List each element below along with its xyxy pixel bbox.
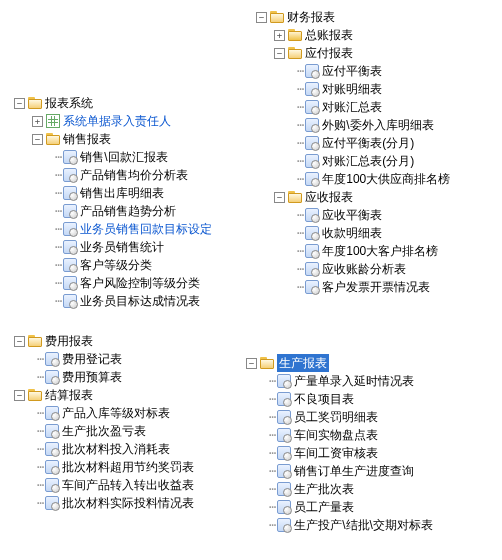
tree-leaf[interactable]: ⋯产品销售均价分析表 bbox=[14, 166, 212, 184]
tree-leaf[interactable]: ⋯业务员目标达成情况表 bbox=[14, 292, 212, 310]
tree-leaf[interactable]: ⋯生产批次表 bbox=[246, 480, 433, 498]
tree-leaf[interactable]: ⋯产品入库等级对标表 bbox=[14, 404, 194, 422]
expand-icon[interactable] bbox=[32, 116, 43, 127]
collapse-icon[interactable] bbox=[14, 390, 25, 401]
tree-leaf[interactable]: ⋯生产批次盈亏表 bbox=[14, 422, 194, 440]
folder-open-icon bbox=[28, 335, 42, 347]
item-label: 生产批次表 bbox=[294, 480, 354, 498]
tree-leaf[interactable]: ⋯应收账龄分析表 bbox=[256, 260, 450, 278]
tree-node[interactable]: 销售报表 bbox=[14, 130, 212, 148]
report-icon bbox=[277, 392, 291, 406]
tree-leaf[interactable]: ⋯应收平衡表 bbox=[256, 206, 450, 224]
item-label[interactable]: 业务员销售回款目标设定 bbox=[80, 220, 212, 238]
tree-line: ⋯ bbox=[269, 480, 275, 498]
tree-leaf[interactable]: ⋯批次材料实际投料情况表 bbox=[14, 494, 194, 512]
tree-leaf[interactable]: ⋯业务员销售回款目标设定 bbox=[14, 220, 212, 238]
tree-line: ⋯ bbox=[297, 80, 303, 98]
item-label: 对账汇总表(分月) bbox=[322, 152, 414, 170]
tree-line: ⋯ bbox=[55, 184, 61, 202]
tree-leaf[interactable]: ⋯员工奖罚明细表 bbox=[246, 408, 433, 426]
tree-leaf[interactable]: ⋯产品销售趋势分析 bbox=[14, 202, 212, 220]
tree-line: ⋯ bbox=[297, 206, 303, 224]
tree-leaf[interactable]: ⋯客户发票开票情况表 bbox=[256, 278, 450, 296]
tree-line: ⋯ bbox=[55, 166, 61, 184]
tree-leaf[interactable]: ⋯业务员销售统计 bbox=[14, 238, 212, 256]
tree-leaf[interactable]: ⋯员工产量表 bbox=[246, 498, 433, 516]
tree-leaf[interactable]: ⋯销售出库明细表 bbox=[14, 184, 212, 202]
tree-line: ⋯ bbox=[269, 462, 275, 480]
tree-leaf[interactable]: ⋯车间工资审核表 bbox=[246, 444, 433, 462]
report-icon bbox=[63, 294, 77, 308]
tree-leaf[interactable]: ⋯对账明细表 bbox=[256, 80, 450, 98]
collapse-icon[interactable] bbox=[246, 358, 257, 369]
item-label: 生产批次盈亏表 bbox=[62, 422, 146, 440]
item-label: 客户等级分类 bbox=[80, 256, 152, 274]
expand-icon[interactable] bbox=[274, 30, 285, 41]
tree-leaf[interactable]: ⋯客户等级分类 bbox=[14, 256, 212, 274]
item-label: 对账明细表 bbox=[322, 80, 382, 98]
tree-line: ⋯ bbox=[297, 260, 303, 278]
tree-leaf[interactable]: ⋯批次材料投入消耗表 bbox=[14, 440, 194, 458]
item-label: 应付平衡表 bbox=[322, 62, 382, 80]
tree-leaf[interactable]: ⋯收款明细表 bbox=[256, 224, 450, 242]
tree-leaf[interactable]: ⋯应付平衡表 bbox=[256, 62, 450, 80]
report-icon bbox=[63, 186, 77, 200]
report-icon bbox=[45, 496, 59, 510]
item-label: 产品销售均价分析表 bbox=[80, 166, 188, 184]
tree-node[interactable]: 财务报表 bbox=[256, 8, 450, 26]
report-icon bbox=[45, 406, 59, 420]
tree-node[interactable]: 结算报表 bbox=[14, 386, 194, 404]
collapse-icon[interactable] bbox=[14, 98, 25, 109]
tree-leaf[interactable]: ⋯年度100大供应商排名榜 bbox=[256, 170, 450, 188]
item-label: 批次材料实际投料情况表 bbox=[62, 494, 194, 512]
collapse-icon[interactable] bbox=[274, 48, 285, 59]
tree-node-selected[interactable]: 生产报表 bbox=[246, 354, 433, 372]
folder-open-icon bbox=[46, 133, 60, 145]
report-icon bbox=[305, 262, 319, 276]
tree-line: ⋯ bbox=[297, 278, 303, 296]
tree-leaf[interactable]: ⋯销售订单生产进度查询 bbox=[246, 462, 433, 480]
tree-line: ⋯ bbox=[297, 98, 303, 116]
collapse-icon[interactable] bbox=[14, 336, 25, 347]
tree-leaf[interactable]: ⋯客户风险控制等级分类 bbox=[14, 274, 212, 292]
tree-leaf[interactable]: ⋯外购\委外入库明细表 bbox=[256, 116, 450, 134]
collapse-icon[interactable] bbox=[32, 134, 43, 145]
tree-line: ⋯ bbox=[55, 256, 61, 274]
tree-leaf[interactable]: ⋯应付平衡表(分月) bbox=[256, 134, 450, 152]
folder-label: 财务报表 bbox=[287, 8, 335, 26]
tree-leaf[interactable]: ⋯销售\回款汇报表 bbox=[14, 148, 212, 166]
tree-leaf[interactable]: ⋯不良项目表 bbox=[246, 390, 433, 408]
item-label: 不良项目表 bbox=[294, 390, 354, 408]
tree-leaf[interactable]: ⋯年度100大客户排名榜 bbox=[256, 242, 450, 260]
tree-leaf[interactable]: ⋯批次材料超用节约奖罚表 bbox=[14, 458, 194, 476]
tree-leaf[interactable]: ⋯产量单录入延时情况表 bbox=[246, 372, 433, 390]
item-label[interactable]: 系统单据录入责任人 bbox=[63, 112, 171, 130]
item-label: 销售\回款汇报表 bbox=[80, 148, 167, 166]
tree-node[interactable]: 总账报表 bbox=[256, 26, 450, 44]
tree-line: ⋯ bbox=[55, 220, 61, 238]
tree-leaf[interactable]: ⋯费用预算表 bbox=[14, 368, 194, 386]
tree-leaf[interactable]: ⋯费用登记表 bbox=[14, 350, 194, 368]
report-icon bbox=[63, 222, 77, 236]
tree-line: ⋯ bbox=[297, 134, 303, 152]
tree-leaf[interactable]: ⋯车间实物盘点表 bbox=[246, 426, 433, 444]
folder-label: 总账报表 bbox=[305, 26, 353, 44]
collapse-icon[interactable] bbox=[256, 12, 267, 23]
tree-node[interactable]: 应收报表 bbox=[256, 188, 450, 206]
tree-leaf[interactable]: ⋯生产投产\结批\交期对标表 bbox=[246, 516, 433, 534]
tree-leaf[interactable]: ⋯对账汇总表 bbox=[256, 98, 450, 116]
report-icon bbox=[305, 244, 319, 258]
tree-node-root[interactable]: 报表系统 bbox=[14, 94, 212, 112]
report-icon bbox=[45, 352, 59, 366]
collapse-icon[interactable] bbox=[274, 192, 285, 203]
folder-label: 费用报表 bbox=[45, 332, 93, 350]
tree-node[interactable]: 应付报表 bbox=[256, 44, 450, 62]
tree-node[interactable]: 费用报表 bbox=[14, 332, 194, 350]
tree-line: ⋯ bbox=[37, 494, 43, 512]
tree-node[interactable]: 系统单据录入责任人 bbox=[14, 112, 212, 130]
tree-line: ⋯ bbox=[55, 292, 61, 310]
item-label: 产品销售趋势分析 bbox=[80, 202, 176, 220]
tree-leaf[interactable]: ⋯车间产品转入转出收益表 bbox=[14, 476, 194, 494]
report-icon bbox=[277, 410, 291, 424]
tree-leaf[interactable]: ⋯对账汇总表(分月) bbox=[256, 152, 450, 170]
